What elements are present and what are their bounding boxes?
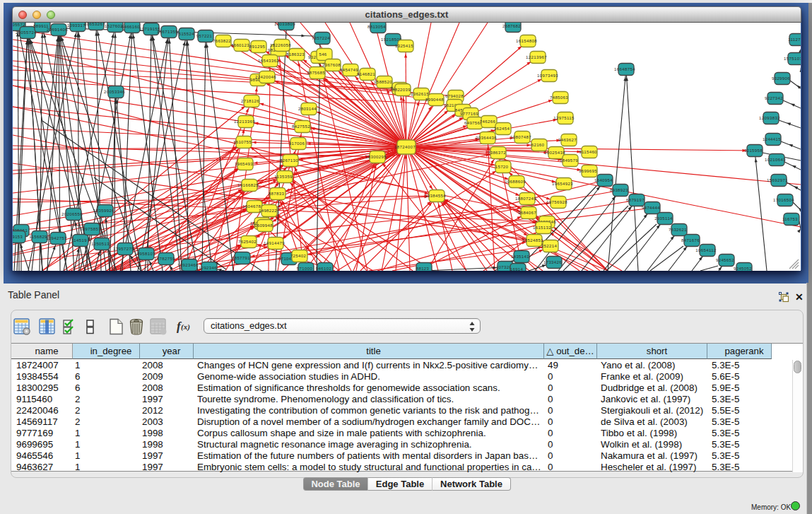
- svg-text:571000: 571000: [297, 267, 313, 271]
- svg-text:1527602: 1527602: [105, 24, 123, 28]
- svg-text:12942757: 12942757: [46, 236, 67, 240]
- svg-text:10025438: 10025438: [544, 151, 565, 155]
- svg-text:9699695: 9699695: [579, 169, 597, 173]
- svg-text:9227342: 9227342: [765, 96, 783, 100]
- svg-text:1292346: 1292346: [199, 266, 217, 270]
- svg-text:1362615: 1362615: [411, 92, 429, 96]
- svg-text:8990448: 8990448: [425, 98, 444, 102]
- svg-text:1733426: 1733426: [543, 260, 562, 264]
- svg-text:12975115: 12975115: [553, 116, 575, 120]
- svg-text:19756928: 19756928: [546, 200, 567, 204]
- svg-text:30975857: 30975857: [80, 227, 101, 231]
- svg-text:8822039: 8822039: [392, 88, 411, 92]
- svg-text:2367608: 2367608: [322, 63, 341, 67]
- svg-text:10654112: 10654112: [695, 248, 717, 252]
- svg-text:9684067: 9684067: [518, 211, 536, 215]
- svg-text:22420046: 22420046: [255, 75, 276, 79]
- svg-text:20206556: 20206556: [61, 212, 83, 216]
- svg-text:9115460: 9115460: [579, 150, 597, 154]
- svg-text:17359926: 17359926: [93, 209, 114, 213]
- svg-text:10807487: 10807487: [510, 135, 531, 139]
- svg-text:9245052: 9245052: [734, 267, 752, 271]
- svg-text:16543362: 16543362: [258, 59, 279, 63]
- svg-text:14914479: 14914479: [264, 241, 285, 245]
- svg-text:917006: 917006: [289, 141, 305, 146]
- svg-text:2935114: 2935114: [654, 216, 673, 221]
- svg-text:19166825: 19166825: [237, 183, 259, 187]
- svg-text:19654923: 19654923: [552, 182, 573, 186]
- svg-text:9463627: 9463627: [558, 138, 577, 142]
- svg-text:891295: 891295: [249, 45, 266, 49]
- svg-text:19384554: 19384554: [425, 194, 446, 198]
- svg-text:7485063: 7485063: [550, 95, 568, 100]
- svg-text:13524851: 13524851: [522, 238, 543, 243]
- svg-text:1093317: 1093317: [67, 23, 86, 28]
- svg-text:725402: 725402: [290, 254, 307, 258]
- svg-text:9857791: 9857791: [232, 256, 250, 260]
- svg-text:7386372: 7386372: [488, 151, 506, 155]
- svg-text:8186323: 8186323: [286, 52, 305, 57]
- svg-text:1405572: 1405572: [13, 23, 25, 27]
- svg-text:1250513: 1250513: [91, 242, 110, 246]
- svg-text:18724007: 18724007: [394, 145, 416, 149]
- svg-text:12923466: 12923466: [177, 263, 199, 267]
- svg-text:3215958: 3215958: [744, 148, 763, 153]
- svg-text:(x): (x): [181, 322, 190, 332]
- svg-text:10210643: 10210643: [765, 158, 786, 162]
- svg-text:887833: 887833: [269, 192, 285, 196]
- svg-text:1615132: 1615132: [533, 226, 551, 230]
- svg-text:2718126: 2718126: [241, 99, 259, 103]
- svg-text:12213369: 12213369: [234, 119, 255, 124]
- svg-text:16154808: 16154808: [516, 39, 537, 43]
- svg-text:12093832: 12093832: [759, 116, 780, 120]
- svg-text:8660123: 8660123: [231, 43, 249, 47]
- svg-text:16033809: 16033809: [274, 23, 295, 26]
- svg-text:18300295: 18300295: [365, 155, 387, 159]
- svg-text:7625402: 7625402: [238, 240, 257, 244]
- svg-text:15692971: 15692971: [767, 178, 788, 182]
- svg-text:20691406: 20691406: [47, 28, 68, 32]
- svg-text:16671355: 16671355: [157, 30, 178, 34]
- svg-text:39153: 39153: [13, 235, 23, 239]
- svg-text:1498222: 1498222: [259, 209, 277, 213]
- svg-text:88123: 88123: [416, 267, 430, 271]
- svg-text:1965493: 1965493: [235, 162, 253, 166]
- svg-text:10958107: 10958107: [134, 252, 155, 256]
- svg-text:7357224: 7357224: [312, 36, 330, 40]
- svg-text:10688609: 10688609: [505, 180, 526, 184]
- svg-text:2687682: 2687682: [502, 24, 521, 28]
- svg-text:16648754: 16648754: [614, 67, 635, 71]
- svg-text:17016504: 17016504: [773, 198, 794, 202]
- svg-text:1244415: 1244415: [763, 137, 781, 141]
- svg-text:20364436: 20364436: [476, 136, 497, 140]
- svg-text:16914: 16914: [510, 267, 524, 271]
- svg-text:8471676: 8471676: [681, 238, 700, 243]
- svg-text:6794028: 6794028: [445, 94, 464, 98]
- svg-text:7663822: 7663822: [213, 39, 231, 43]
- svg-text:18226058: 18226058: [270, 43, 291, 47]
- svg-text:946102: 946102: [316, 267, 332, 271]
- svg-text:546: 546: [319, 52, 326, 57]
- svg-text:1849579: 1849579: [560, 158, 578, 163]
- svg-text:6879197: 6879197: [626, 198, 645, 202]
- svg-text:1609948: 1609948: [254, 223, 273, 228]
- svg-text:8427552: 8427552: [292, 124, 310, 129]
- svg-text:7632621: 7632621: [669, 228, 687, 232]
- svg-text:16782759: 16782759: [154, 257, 175, 261]
- svg-text:10973493: 10973493: [537, 74, 558, 78]
- svg-text:6466160: 6466160: [122, 25, 140, 29]
- svg-text:1435141: 1435141: [511, 255, 529, 259]
- svg-text:17957275: 17957275: [113, 247, 134, 251]
- svg-text:746266: 746266: [480, 119, 496, 124]
- svg-text:2803144: 2803144: [298, 107, 317, 111]
- svg-text:362454: 362454: [494, 127, 510, 131]
- svg-text:1588520: 1588520: [374, 80, 392, 84]
- svg-text:252214: 252214: [541, 244, 558, 248]
- svg-text:15720: 15720: [495, 165, 509, 169]
- svg-text:1135359: 1135359: [274, 175, 293, 179]
- svg-text:3875685: 3875685: [307, 71, 325, 75]
- svg-text:8267130: 8267130: [280, 158, 298, 163]
- svg-text:1640954: 1640954: [594, 178, 613, 182]
- svg-text:114519: 114519: [71, 238, 87, 243]
- svg-text:7515524: 7515524: [176, 32, 194, 36]
